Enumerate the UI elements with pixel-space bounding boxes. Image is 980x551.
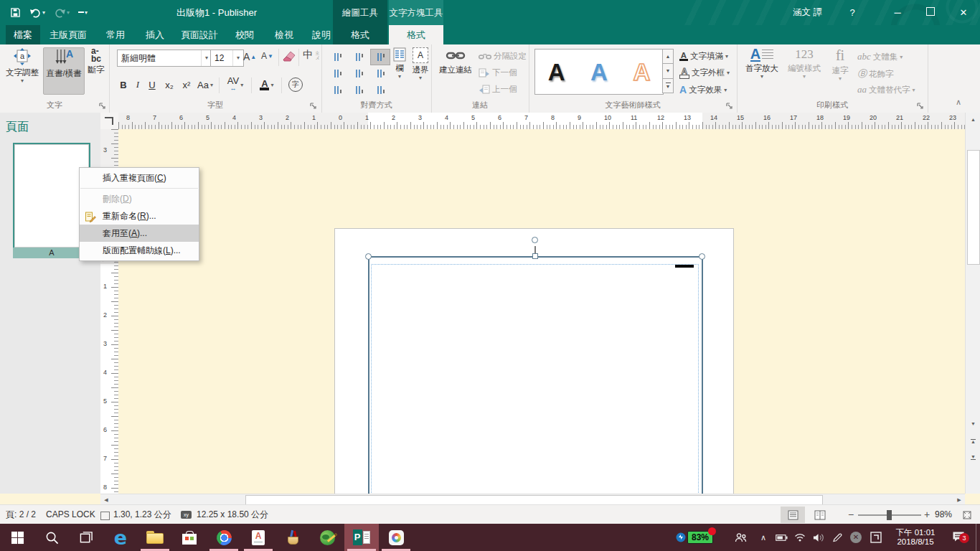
taskbar-chrome-icon[interactable] bbox=[207, 524, 241, 551]
taskbar-publisher-icon[interactable]: P bbox=[344, 524, 379, 551]
ime-tray-icon[interactable] bbox=[867, 524, 885, 551]
align-top-right-button[interactable] bbox=[370, 49, 390, 65]
action-center-button[interactable]: 3 bbox=[946, 524, 971, 551]
character-spacing-button[interactable]: AV↔ ▾ bbox=[224, 76, 247, 93]
close-button[interactable]: ✕ bbox=[947, 0, 980, 25]
taskbar-task-view-button[interactable] bbox=[69, 524, 103, 551]
text-outline-button[interactable]: A 文字外框▾ bbox=[679, 67, 730, 79]
scroll-down-button[interactable]: ▼ bbox=[966, 417, 980, 430]
wifi-tray-icon[interactable] bbox=[791, 524, 809, 551]
menu-item-0[interactable]: 插入重複頁面(C) bbox=[80, 169, 199, 187]
pen-tray-icon[interactable] bbox=[828, 524, 847, 551]
menu-item-2[interactable]: 重新命名(R)... bbox=[80, 207, 199, 225]
text-fit-button[interactable]: a 文字調整 ▾ bbox=[3, 47, 42, 93]
qat-customize-button[interactable]: ▾ bbox=[75, 8, 90, 18]
ribbon-tab-2[interactable]: 常用 bbox=[100, 25, 131, 44]
redo-dropdown-icon[interactable]: ▾ bbox=[67, 10, 70, 16]
scroll-right-button[interactable]: ▶ bbox=[953, 494, 965, 505]
account-name[interactable]: 涵文 譚 bbox=[793, 0, 822, 25]
ribbon-tab-3[interactable]: 插入 bbox=[139, 25, 171, 44]
contextual-tools-textbox-header[interactable]: 文字方塊工具 bbox=[389, 0, 443, 25]
rotation-handle[interactable] bbox=[532, 237, 538, 243]
battery-widget[interactable]: 83% bbox=[670, 524, 719, 551]
save-button[interactable] bbox=[7, 5, 24, 20]
object-position[interactable]: 1.30, 1.23 公分 bbox=[113, 505, 171, 524]
zoom-level[interactable]: 98% bbox=[935, 505, 952, 524]
vertical-scroll-thumb[interactable] bbox=[967, 150, 980, 265]
wordart-gallery[interactable]: AAA bbox=[534, 49, 664, 95]
taskbar-edge-icon[interactable]: e bbox=[103, 524, 138, 551]
font-group-launcher[interactable] bbox=[309, 102, 317, 110]
gallery-more-button[interactable]: ▼ bbox=[662, 79, 674, 93]
grow-font-button[interactable]: A▲ bbox=[243, 51, 256, 62]
two-page-view-button[interactable] bbox=[808, 507, 832, 523]
typography-group-launcher[interactable] bbox=[916, 102, 924, 110]
undo-dropdown-icon[interactable]: ▾ bbox=[42, 10, 45, 16]
taskbar-clock[interactable]: 下午 01:012018/8/15 bbox=[887, 524, 944, 551]
ribbon-tab-4[interactable]: 頁面設計 bbox=[178, 25, 221, 44]
number-style-button[interactable]: 123 編號樣式 ▾ bbox=[784, 47, 824, 93]
align-middle-center-button[interactable] bbox=[349, 65, 369, 82]
align-middle-right-button[interactable] bbox=[370, 65, 390, 82]
show-hidden-icons-button[interactable]: ∧ bbox=[755, 524, 772, 551]
wordart-style-a-blue[interactable]: A bbox=[590, 60, 608, 84]
align-top-left-button[interactable] bbox=[327, 49, 347, 65]
resize-handle-top-right[interactable] bbox=[699, 253, 705, 260]
next-textbox-button[interactable]: 下一個 bbox=[479, 67, 517, 78]
vertical-scrollbar[interactable]: ▲ ▼ ▲ ▼ bbox=[965, 113, 980, 494]
textbox-border-right[interactable] bbox=[702, 256, 703, 494]
taskbar-start-button[interactable] bbox=[0, 524, 34, 551]
single-page-view-button[interactable] bbox=[781, 507, 805, 523]
menu-item-3[interactable]: 套用至(A)... bbox=[80, 225, 199, 242]
ruler-corner[interactable] bbox=[100, 113, 119, 130]
horizontal-ruler[interactable]: 8765432101234567891011121314151617181920… bbox=[118, 113, 965, 130]
text-fill-button[interactable]: A 文字填滿▾ bbox=[679, 51, 728, 62]
redo-button[interactable]: ▾ bbox=[51, 6, 72, 20]
fit-page-button[interactable] bbox=[958, 507, 976, 523]
clear-formatting-button[interactable] bbox=[283, 50, 296, 62]
people-tray-icon[interactable] bbox=[730, 524, 750, 551]
scroll-up-button[interactable]: ▲ bbox=[966, 113, 980, 126]
gallery-scroll-down-button[interactable]: ▼ bbox=[662, 64, 674, 78]
show-desktop-button[interactable] bbox=[976, 524, 980, 551]
zoom-out-button[interactable]: − bbox=[848, 505, 854, 524]
page-indicator[interactable]: 頁: 2 / 2 bbox=[6, 505, 36, 524]
create-link-button[interactable]: 建立連結 bbox=[435, 47, 476, 93]
drop-cap-button[interactable]: A 首字放大 ▾ bbox=[743, 47, 781, 93]
align-bottom-center-button[interactable] bbox=[349, 82, 369, 98]
next-page-button[interactable]: ▼ bbox=[966, 450, 980, 466]
maximize-button[interactable] bbox=[914, 0, 947, 25]
enclose-characters-button[interactable]: 字 bbox=[287, 76, 304, 93]
horizontal-scrollbar[interactable]: ◀ ▶ bbox=[100, 494, 965, 505]
superscript-button[interactable]: x² bbox=[179, 76, 194, 93]
subscript-button[interactable]: x₂ bbox=[162, 76, 176, 93]
sync-blocked-tray-icon[interactable]: ✕ bbox=[847, 524, 865, 551]
bold-button[interactable]: B bbox=[118, 76, 129, 93]
align-top-center-button[interactable] bbox=[349, 49, 369, 65]
menu-item-1[interactable]: 刪除(D) bbox=[80, 190, 199, 207]
text-group-launcher[interactable] bbox=[98, 102, 106, 110]
undo-button[interactable]: ▾ bbox=[27, 6, 48, 20]
taskbar-paint-app-icon[interactable] bbox=[379, 524, 413, 551]
text-effects-button[interactable]: A 文字效果▾ bbox=[679, 84, 727, 95]
stylistic-alternates-button[interactable]: aa 文體替代字▾ bbox=[857, 84, 915, 95]
ribbon-tab-1[interactable]: 主版頁面 bbox=[46, 25, 90, 44]
volume-tray-icon[interactable] bbox=[809, 524, 828, 551]
columns-button[interactable]: 欄 ▾ bbox=[390, 47, 409, 93]
change-case-button[interactable]: Aa▾ bbox=[197, 76, 214, 93]
taskbar-file-explorer-icon[interactable] bbox=[138, 524, 172, 551]
zoom-slider-thumb[interactable] bbox=[887, 510, 892, 520]
taskbar-tools-app-icon[interactable] bbox=[275, 524, 310, 551]
ligatures-button[interactable]: fi 連字 ▾ bbox=[827, 47, 853, 93]
wordart-style-a-outline[interactable]: A bbox=[633, 60, 650, 84]
underline-button[interactable]: U bbox=[146, 76, 158, 93]
menu-item-4[interactable]: 版面配置輔助線(L)... bbox=[80, 242, 199, 259]
swash-button[interactable]: Ⓑ 花飾字 bbox=[857, 67, 894, 80]
scroll-left-button[interactable]: ◀ bbox=[100, 494, 112, 505]
collapse-ribbon-button[interactable]: ∧ bbox=[956, 98, 961, 107]
hyphenation-button[interactable]: a-bc 斷字 bbox=[85, 47, 108, 93]
object-size[interactable]: 12.25 x 18.50 公分 bbox=[197, 505, 268, 524]
taskbar-text-app-icon[interactable]: A bbox=[241, 524, 275, 551]
publication-canvas[interactable] bbox=[118, 129, 965, 494]
textbox-border-left[interactable] bbox=[368, 256, 369, 494]
